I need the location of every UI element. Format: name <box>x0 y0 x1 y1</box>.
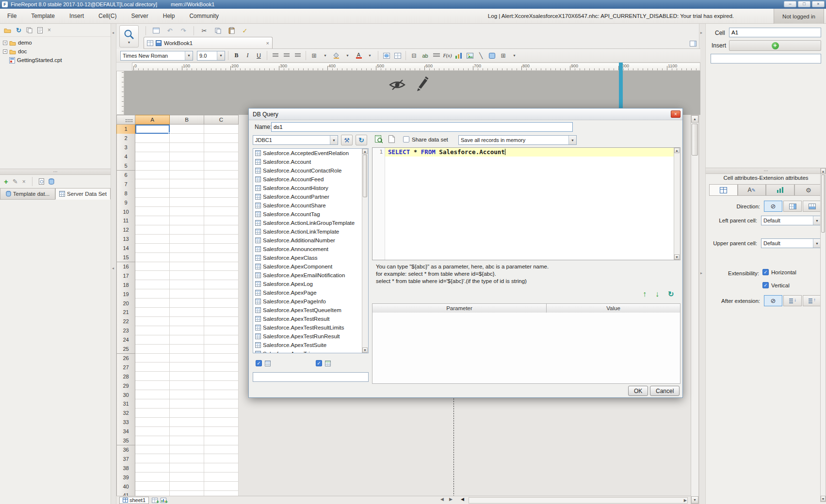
sql-active-line[interactable]: SELECT * FROM Salesforce.Account <box>385 148 674 157</box>
open-folder-icon[interactable] <box>4 27 11 33</box>
row-header-7[interactable]: 7 <box>116 179 135 189</box>
fill-color-button[interactable] <box>331 50 341 61</box>
row-header-31[interactable]: 31 <box>116 399 135 409</box>
scroll-right-icon[interactable]: ▶ <box>684 498 687 503</box>
border-dropdown-icon[interactable]: ▼ <box>320 50 330 61</box>
table-list-item[interactable]: Salesforce.ActionLinkTemplate <box>253 227 368 236</box>
font-color-button[interactable]: A <box>354 50 364 61</box>
row-header-30[interactable]: 30 <box>116 390 135 400</box>
border-button[interactable]: ⊞ <box>309 50 319 61</box>
scrollbar-thumb[interactable] <box>821 174 825 233</box>
scroll-down-icon[interactable]: ▼ <box>691 496 698 504</box>
left-parent-select[interactable]: Default ▼ <box>761 216 821 225</box>
parameter-column-header[interactable]: Parameter <box>372 303 547 313</box>
row-header-37[interactable]: 37 <box>116 454 135 464</box>
table-list-item[interactable]: Salesforce.Account <box>253 158 368 166</box>
preview-template-button[interactable]: ▼ <box>119 25 139 47</box>
row-header-11[interactable]: 11 <box>116 216 135 226</box>
direction-vertical-button[interactable] <box>803 201 821 212</box>
scroll-down-icon[interactable]: ▼ <box>362 347 368 353</box>
tab-cell-expand[interactable] <box>709 184 738 196</box>
grid-insert-button[interactable]: ⊞ <box>498 50 508 61</box>
table-list-item[interactable]: Salesforce.ApexLog <box>253 280 368 288</box>
panel-icon[interactable] <box>151 25 162 36</box>
dialog-titlebar[interactable]: DB Query × <box>249 109 682 120</box>
formula-button[interactable]: F(x) <box>442 50 453 61</box>
select-all-corner[interactable] <box>116 115 135 125</box>
table-list-item[interactable]: Salesforce.Announcement <box>253 245 368 253</box>
tree-item-doc[interactable]: +doc <box>0 47 111 56</box>
table-list-item[interactable]: Salesforce.AccountTag <box>253 210 368 219</box>
chevron-down-icon[interactable]: ▼ <box>330 136 338 144</box>
remove-dataset-icon[interactable]: × <box>22 178 26 185</box>
cell-style-button[interactable]: ⊟ <box>409 50 419 61</box>
tab-template-dataset[interactable]: Template dat... <box>0 188 55 200</box>
delete-icon[interactable]: × <box>48 27 51 33</box>
menu-template[interactable]: Template <box>24 9 62 23</box>
storage-mode-select[interactable]: Save all records in memory ▼ <box>458 135 577 145</box>
table-list-item[interactable]: Salesforce.ApexTestRunResult <box>253 332 368 341</box>
table-list-item[interactable]: Salesforce.ActionLinkGroupTemplate <box>253 219 368 227</box>
refresh-icon[interactable]: ↻ <box>16 27 21 34</box>
sql-editor[interactable]: 1 SELECT * FROM Salesforce.Account ▲ ▼ <box>372 147 680 260</box>
table-list-item[interactable]: Salesforce.ApexTestQueueItem <box>253 306 368 315</box>
chevron-down-icon[interactable]: ▼ <box>217 51 225 60</box>
underline-button[interactable]: U <box>254 50 264 61</box>
prev-sheet-icon[interactable]: ◀ <box>440 497 444 502</box>
scrollbar-thumb[interactable] <box>692 124 698 156</box>
upper-parent-select[interactable]: Default ▼ <box>761 238 821 248</box>
table-list-item[interactable]: Salesforce.ApexTestSuite <box>253 341 368 349</box>
menu-file[interactable]: File <box>0 9 24 23</box>
row-header-20[interactable]: 20 <box>116 299 135 308</box>
column-header-a[interactable]: A <box>135 115 170 125</box>
row-header-40[interactable]: 40 <box>116 482 135 491</box>
close-button[interactable]: × <box>812 1 825 7</box>
move-param-up-icon[interactable]: ↑ <box>643 290 647 299</box>
tab-other-attr[interactable]: ⚙ <box>794 184 823 196</box>
table-list-item[interactable]: Salesforce.AccountShare <box>253 201 368 210</box>
tab-server-dataset[interactable]: Server Data Set <box>55 188 111 200</box>
table-list-item[interactable]: Salesforce.AdditionalNumber <box>253 236 368 245</box>
tab-sheet1[interactable]: sheet1 <box>119 497 149 504</box>
tree-item-gettingstarted-cpt[interactable]: GettingStarted.cpt <box>0 56 111 64</box>
merge-cells-button[interactable] <box>381 50 391 61</box>
sort-descending-button[interactable]: ↑ <box>803 295 821 306</box>
left-panel-divider[interactable]: ⋯ <box>0 169 111 175</box>
row-header-2[interactable]: 2 <box>116 134 135 143</box>
sort-ascending-button[interactable]: ↓ <box>783 295 802 306</box>
row-header-3[interactable]: 3 <box>116 143 135 153</box>
show-views-checkbox[interactable]: ✓ <box>316 360 322 366</box>
table-list-item[interactable]: Salesforce.ApexTestResult <box>253 315 368 323</box>
column-header-b[interactable]: B <box>170 115 204 125</box>
image-button[interactable] <box>465 50 475 61</box>
refresh-connection-icon[interactable]: ↻ <box>356 135 367 145</box>
menu-community[interactable]: Community <box>182 9 226 23</box>
next-sheet-icon[interactable]: ▶ <box>449 497 453 502</box>
table-list-item[interactable]: Salesforce.AccountHistory <box>253 184 368 192</box>
copy-template-icon[interactable] <box>26 27 32 33</box>
after-ext-none-button[interactable]: ⊘ <box>764 295 782 306</box>
minimize-button[interactable]: – <box>784 1 796 7</box>
cut-icon[interactable]: ✂ <box>199 25 210 36</box>
scrollbar-thumb[interactable] <box>363 155 367 197</box>
row-header-28[interactable]: 28 <box>116 372 135 381</box>
row-header-24[interactable]: 24 <box>116 335 135 345</box>
row-header-32[interactable]: 32 <box>116 409 135 418</box>
horizontal-scrollbar[interactable]: ▶ <box>469 497 688 504</box>
tab-workbook1[interactable]: WorkBook1 × <box>144 37 273 48</box>
connection-icon[interactable] <box>49 178 54 185</box>
table-list-item[interactable]: Salesforce.ApexComponent <box>253 262 368 271</box>
row-header-14[interactable]: 14 <box>116 244 135 253</box>
table-list-item[interactable]: Salesforce.ApexPageInfo <box>253 297 368 306</box>
add-grid-sheet-icon[interactable]: + <box>152 498 158 503</box>
new-query-icon[interactable] <box>389 135 395 143</box>
format-painter-icon[interactable]: ✓ <box>240 25 250 36</box>
move-param-down-icon[interactable]: ↓ <box>655 290 659 299</box>
row-header-8[interactable]: 8 <box>116 189 135 198</box>
show-tables-checkbox[interactable]: ✓ <box>256 360 262 366</box>
row-header-10[interactable]: 10 <box>116 207 135 217</box>
row-header-21[interactable]: 21 <box>116 308 135 317</box>
row-header-6[interactable]: 6 <box>116 171 135 180</box>
row-header-12[interactable]: 12 <box>116 225 135 235</box>
tab-scroll-left-icon[interactable]: ◀ <box>461 497 464 502</box>
